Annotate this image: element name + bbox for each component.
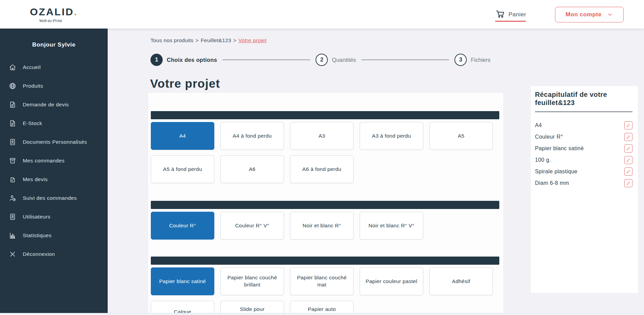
edit-button[interactable] <box>624 121 632 129</box>
option-button[interactable]: Adhésif <box>429 267 493 295</box>
sidebar-item-demande-de-devis[interactable]: Demande de devis <box>0 95 108 114</box>
account-button-label: Mon compte <box>566 11 602 18</box>
person-clock-icon <box>8 194 17 202</box>
ozalid-logo: OZALID. Web-to-Print <box>30 7 78 23</box>
sidebar-item-produits[interactable]: Produits <box>0 76 108 95</box>
logo-dot: . <box>74 6 78 17</box>
sidebar-item-utilisateurs[interactable]: Utilisateurs <box>0 207 108 226</box>
chevron-down-icon <box>607 12 613 18</box>
cart-active-underline <box>495 21 526 22</box>
page-title: Votre projet <box>150 77 220 90</box>
option-button[interactable]: Papier blanc couché mat <box>290 267 354 295</box>
breadcrumb: Tous nos produits>Feuillet&123>Votre pro… <box>150 37 267 43</box>
greeting-text: Bonjour Sylvie <box>0 29 108 58</box>
option-button[interactable]: Papier blanc couché brillant <box>220 267 284 295</box>
step-connector-line <box>222 59 310 60</box>
step-1-label: Choix des options <box>167 57 217 63</box>
breadcrumb-separator: > <box>233 37 236 43</box>
pencil-icon <box>626 146 631 151</box>
option-button[interactable]: A6 à fond perdu <box>290 155 354 183</box>
top-header: OZALID. Web-to-Print Panier Mon compte <box>0 0 644 29</box>
recap-row: Papier blanc satiné <box>535 143 632 154</box>
person-card-icon <box>8 213 17 221</box>
option-button[interactable]: A3 à fond perdu <box>360 122 423 150</box>
bar-chart-icon <box>8 231 17 240</box>
recap-row: Spirale plastique <box>535 166 632 177</box>
pencil-icon <box>626 157 631 163</box>
recap-divider <box>535 111 632 112</box>
recap-card: Récapitulatif de votre feuillet&123 A4 C… <box>531 86 638 293</box>
option-button[interactable]: A4 <box>151 122 214 150</box>
sidebar-item-label: Demande de devis <box>23 102 69 108</box>
option-group-impression: Couleur R° Couleur R° V° Noir et blanc R… <box>151 212 499 240</box>
sidebar-item-label: Statistiques <box>23 232 52 239</box>
option-button[interactable]: A5 à fond perdu <box>151 155 214 183</box>
sidebar-item-label: E-Stock <box>23 120 42 126</box>
step-connector-line <box>361 59 449 60</box>
breadcrumb-tous-nos-produits[interactable]: Tous nos produits <box>150 37 194 43</box>
sidebar-item-documents-personnalises[interactable]: Documents Personnalisés <box>0 133 108 151</box>
left-sidebar: Bonjour Sylvie Accueil Produits Demande … <box>0 29 108 313</box>
archive-box-icon <box>8 157 17 165</box>
sidebar-item-mes-commandes[interactable]: Mes commandes <box>0 151 108 170</box>
recap-title: Récapitulatif de votre feuillet&123 <box>535 91 632 107</box>
option-button[interactable]: Noir et blanc R° V° <box>360 212 423 240</box>
pencil-icon <box>626 134 631 140</box>
sidebar-item-label: Mes devis <box>23 176 48 182</box>
cart-icon <box>495 9 505 19</box>
recap-list: A4 Couleur R° Papier blanc satiné 100 g.… <box>535 120 632 189</box>
option-button[interactable]: Couleur R° <box>151 212 214 240</box>
option-button[interactable]: A5 <box>429 122 493 150</box>
sidebar-item-accueil[interactable]: Accueil <box>0 58 108 76</box>
recap-row: A4 <box>535 120 632 131</box>
sidebar-item-e-stock[interactable]: E-Stock <box>0 114 108 133</box>
recap-item-label: 100 g. <box>535 157 551 163</box>
sidebar-item-label: Mes commandes <box>23 158 65 164</box>
option-group-papier: Papier blanc satiné Papier blanc couché … <box>151 267 499 315</box>
logo-tagline: Web-to-Print <box>39 18 78 23</box>
document-icon <box>8 119 17 127</box>
sidebar-item-suivi-des-commandes[interactable]: Suivi des commandes <box>0 189 108 207</box>
recap-item-label: A4 <box>535 122 542 128</box>
option-group-format: A4 A4 à fond perdu A3 A3 à fond perdu A5… <box>151 122 499 183</box>
cart-button[interactable]: Panier <box>495 9 526 19</box>
sidebar-item-label: Produits <box>23 83 43 89</box>
recap-row: Diam 6-8 mm <box>535 177 632 189</box>
account-button[interactable]: Mon compte <box>555 7 624 22</box>
home-icon <box>8 63 17 71</box>
bottom-edge-strip <box>0 313 644 315</box>
option-button[interactable]: A3 <box>290 122 354 150</box>
sidebar-item-label: Accueil <box>23 64 41 70</box>
option-button[interactable]: Noir et blanc R° <box>290 212 354 240</box>
option-button[interactable]: A6 <box>220 155 284 183</box>
breadcrumb-current[interactable]: Votre projet <box>238 37 267 43</box>
edit-button[interactable] <box>624 133 632 141</box>
edit-button[interactable] <box>624 168 632 176</box>
pencil-icon <box>626 180 631 186</box>
breadcrumb-feuillet[interactable]: Feuillet&123 <box>201 37 231 43</box>
step-2-label: Quantités <box>332 57 356 63</box>
breadcrumb-separator: > <box>196 37 199 43</box>
sidebar-item-mes-devis[interactable]: € Mes devis <box>0 170 108 189</box>
option-group-header-format <box>151 111 499 119</box>
sidebar-item-label: Documents Personnalisés <box>23 139 87 145</box>
option-button[interactable]: A4 à fond perdu <box>220 122 284 150</box>
logo-wordmark: OZALID. <box>30 6 78 17</box>
option-button[interactable]: Couleur R° V° <box>220 212 284 240</box>
svg-text:€: € <box>12 179 13 182</box>
document-person-icon <box>8 138 17 146</box>
option-button[interactable]: Papier couleur pastel <box>360 267 423 295</box>
step-3-label: Fichiers <box>471 57 490 63</box>
sidebar-item-deconnexion[interactable]: Déconnexion <box>0 245 108 263</box>
close-x-icon <box>8 250 17 258</box>
sidebar-item-statistiques[interactable]: Statistiques <box>0 226 108 245</box>
edit-button[interactable] <box>624 179 632 187</box>
edit-button[interactable] <box>624 144 632 153</box>
recap-item-label: Spirale plastique <box>535 169 577 175</box>
step-2-circle: 2 <box>316 54 328 66</box>
recap-item-label: Diam 6-8 mm <box>535 180 569 186</box>
option-group-header-papier <box>151 257 499 265</box>
edit-button[interactable] <box>624 156 632 164</box>
option-button[interactable]: Papier blanc satiné <box>151 267 214 295</box>
option-group-header-impression <box>151 201 499 209</box>
